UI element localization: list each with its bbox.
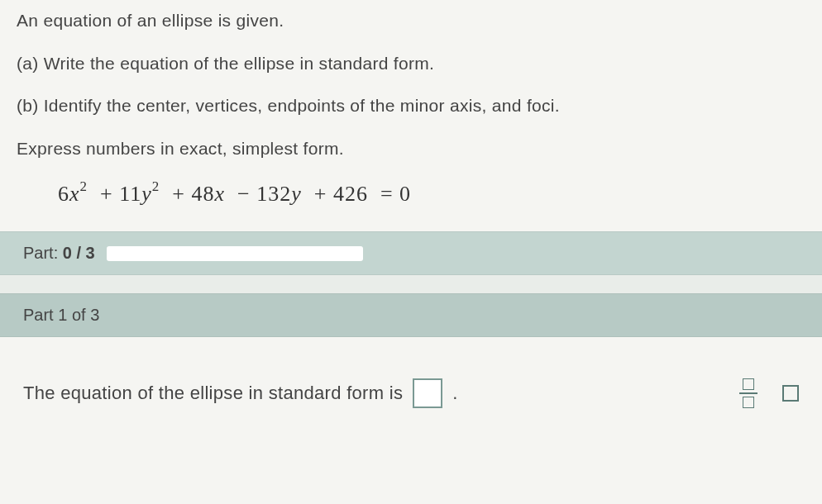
problem-instruction: Express numbers in exact, simplest form. [17, 135, 805, 163]
problem-part-b: (b) Identify the center, vertices, endpo… [17, 92, 805, 120]
fraction-template-icon[interactable] [739, 378, 757, 408]
problem-intro: An equation of an ellipse is given. [17, 7, 805, 35]
part-1-body: The equation of the ellipse in standard … [0, 337, 822, 416]
period-text: . [452, 383, 457, 404]
answer-input[interactable] [413, 378, 442, 408]
section-spacer [0, 275, 822, 293]
part-1-header: Part 1 of 3 [0, 293, 822, 337]
box-template-icon[interactable] [782, 385, 799, 402]
progress-track [107, 246, 363, 261]
part-1-prompt: The equation of the ellipse in standard … [23, 383, 403, 404]
equation-display: 6x2 + 11y2 + 48x − 132y + 426 = 0 [58, 180, 805, 207]
progress-label: Part: 0 / 3 [23, 244, 95, 263]
problem-statement: An equation of an ellipse is given. (a) … [17, 7, 805, 162]
problem-part-a: (a) Write the equation of the ellipse in… [17, 50, 805, 78]
progress-section: Part: 0 / 3 [0, 231, 822, 275]
